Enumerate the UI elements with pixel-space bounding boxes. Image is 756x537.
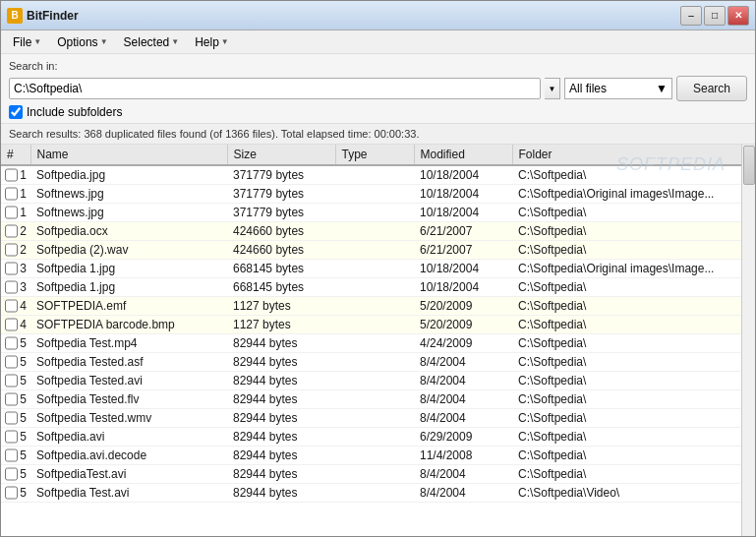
row-name: Softpedia Tested.asf <box>30 353 227 372</box>
col-header-size[interactable]: Size <box>227 145 335 165</box>
table-row[interactable]: 3Softpedia 1.jpg668145 bytes10/18/2004C:… <box>1 260 755 278</box>
row-checkbox[interactable] <box>5 448 18 462</box>
row-name: Softpedia.avi.decode <box>30 447 227 465</box>
row-folder: C:\Softpedia\ <box>512 372 755 390</box>
search-label: Search in: <box>9 60 747 72</box>
row-size: 82944 bytes <box>227 484 335 503</box>
search-path-dropdown[interactable]: ▼ <box>545 78 560 99</box>
menu-options-arrow: ▼ <box>100 37 108 46</box>
row-name: Softpedia Test.avi <box>30 484 227 503</box>
menu-selected-arrow: ▼ <box>171 37 179 46</box>
row-checkbox[interactable] <box>5 467 18 481</box>
row-modified: 4/24/2009 <box>414 334 512 353</box>
row-hash-cell: 5 <box>1 409 30 427</box>
search-button[interactable]: Search <box>676 76 747 101</box>
search-path-input[interactable] <box>9 78 541 99</box>
menu-selected[interactable]: Selected ▼ <box>116 32 188 52</box>
scrollbar-thumb[interactable] <box>743 146 755 185</box>
col-header-modified[interactable]: Modified <box>414 145 512 165</box>
menu-file[interactable]: File ▼ <box>5 32 49 52</box>
row-name: Softpedia Test.mp4 <box>30 334 227 353</box>
close-button[interactable]: ✕ <box>727 6 749 26</box>
table-row[interactable]: 5Softpedia Test.mp482944 bytes4/24/2009C… <box>1 334 755 353</box>
row-type <box>335 204 414 222</box>
row-checkbox[interactable] <box>5 336 18 350</box>
vertical-scrollbar[interactable] <box>741 145 755 536</box>
table-row[interactable]: 2Softpedia.ocx424660 bytes6/21/2007C:\So… <box>1 222 755 241</box>
row-type <box>335 409 414 428</box>
row-folder: C:\Softpedia\ <box>512 353 755 372</box>
row-checkbox[interactable] <box>5 168 18 182</box>
table-row[interactable]: 5Softpedia.avi82944 bytes6/29/2009C:\Sof… <box>1 428 755 447</box>
row-checkbox[interactable] <box>5 224 18 238</box>
row-size: 424660 bytes <box>227 222 335 241</box>
row-checkbox[interactable] <box>5 187 18 201</box>
row-hash-cell: 1 <box>1 166 30 184</box>
row-folder: C:\Softpedia\ <box>512 334 755 353</box>
row-modified: 5/20/2009 <box>414 316 512 334</box>
row-size: 82944 bytes <box>227 334 335 353</box>
search-type-select[interactable]: All files ▼ <box>564 78 672 99</box>
table-row[interactable]: 4SOFTPEDIA.emf1127 bytes5/20/2009C:\Soft… <box>1 297 755 316</box>
row-checkbox[interactable] <box>5 486 18 500</box>
subfolder-checkbox[interactable] <box>9 105 23 119</box>
titlebar-buttons: – □ ✕ <box>680 6 749 26</box>
maximize-button[interactable]: □ <box>704 6 726 26</box>
row-name: Softpedia.avi <box>30 428 227 447</box>
menu-help[interactable]: Help ▼ <box>187 32 237 52</box>
row-folder: C:\Softpedia\ <box>512 316 755 334</box>
table-row[interactable]: 1Softpedia.jpg371779 bytes10/18/2004C:\S… <box>1 165 755 185</box>
row-modified: 10/18/2004 <box>414 185 512 204</box>
row-name: SOFTPEDIA.emf <box>30 297 227 316</box>
row-folder: C:\Softpedia\ <box>512 465 755 484</box>
row-hash-cell: 2 <box>1 222 30 240</box>
col-header-type[interactable]: Type <box>335 145 414 165</box>
table-row[interactable]: 5Softpedia Tested.asf82944 bytes8/4/2004… <box>1 353 755 372</box>
search-area: Search in: ▼ All files ▼ Search Include … <box>1 54 755 124</box>
table-row[interactable]: 5Softpedia Tested.avi82944 bytes8/4/2004… <box>1 372 755 390</box>
row-checkbox[interactable] <box>5 392 18 406</box>
row-checkbox[interactable] <box>5 262 18 275</box>
row-type <box>335 465 414 484</box>
row-checkbox[interactable] <box>5 280 18 294</box>
table-row[interactable]: 5Softpedia.avi.decode82944 bytes11/4/200… <box>1 447 755 465</box>
menu-options[interactable]: Options ▼ <box>49 32 115 52</box>
col-header-hash[interactable]: # <box>1 145 30 165</box>
row-checkbox[interactable] <box>5 318 18 331</box>
row-modified: 8/4/2004 <box>414 353 512 372</box>
row-folder: C:\Softpedia\ <box>512 241 755 260</box>
row-checkbox[interactable] <box>5 430 18 444</box>
row-type <box>335 241 414 260</box>
minimize-button[interactable]: – <box>680 6 702 26</box>
subfolder-label: Include subfolders <box>27 105 122 119</box>
col-header-name[interactable]: Name <box>30 145 227 165</box>
row-checkbox[interactable] <box>5 411 18 425</box>
table-row[interactable]: 1Softnews.jpg371779 bytes10/18/2004C:\So… <box>1 204 755 222</box>
search-type-arrow: ▼ <box>656 82 668 95</box>
row-folder: C:\Softpedia\ <box>512 428 755 447</box>
table-row[interactable]: 1Softnews.jpg371779 bytes10/18/2004C:\So… <box>1 185 755 204</box>
table-row[interactable]: 5Softpedia Tested.wmv82944 bytes8/4/2004… <box>1 409 755 428</box>
row-name: Softpedia Tested.wmv <box>30 409 227 428</box>
row-modified: 8/4/2004 <box>414 390 512 409</box>
row-folder: C:\Softpedia\ <box>512 409 755 428</box>
table-row[interactable]: 5Softpedia Test.avi82944 bytes8/4/2004C:… <box>1 484 755 503</box>
row-modified: 6/21/2007 <box>414 241 512 260</box>
row-modified: 8/4/2004 <box>414 465 512 484</box>
table-row[interactable]: 5SoftpediaTest.avi82944 bytes8/4/2004C:\… <box>1 465 755 484</box>
row-size: 668145 bytes <box>227 278 335 297</box>
row-size: 82944 bytes <box>227 353 335 372</box>
table-row[interactable]: 5Softpedia Tested.flv82944 bytes8/4/2004… <box>1 390 755 409</box>
row-checkbox[interactable] <box>5 243 18 257</box>
col-header-folder[interactable]: Folder <box>512 145 755 165</box>
row-name: Softnews.jpg <box>30 185 227 204</box>
row-checkbox[interactable] <box>5 355 18 369</box>
row-checkbox[interactable] <box>5 299 18 313</box>
table-row[interactable]: 2Softpedia (2).wav424660 bytes6/21/2007C… <box>1 241 755 260</box>
row-checkbox[interactable] <box>5 374 18 388</box>
table-row[interactable]: 3Softpedia 1.jpg668145 bytes10/18/2004C:… <box>1 278 755 297</box>
row-checkbox[interactable] <box>5 206 18 219</box>
table-row[interactable]: 4SOFTPEDIA barcode.bmp1127 bytes5/20/200… <box>1 316 755 334</box>
row-hash-cell: 5 <box>1 334 30 352</box>
row-folder: C:\Softpedia\Video\ <box>512 484 755 503</box>
